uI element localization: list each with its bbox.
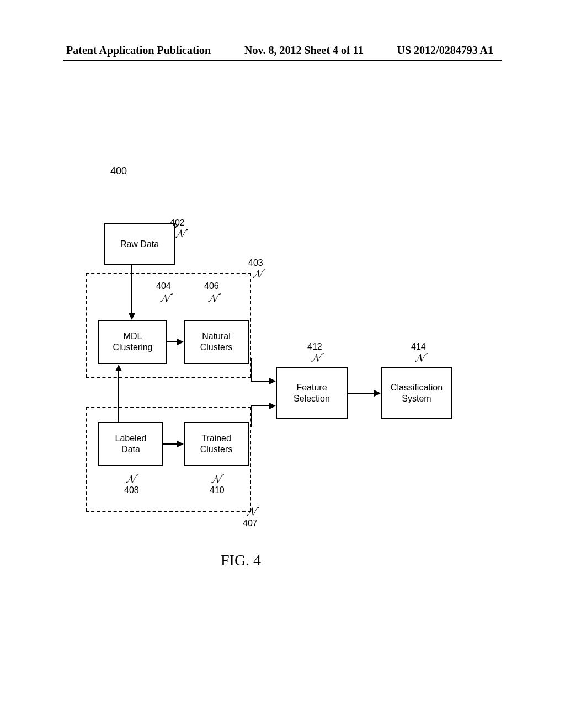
box-natural-clusters-label: Natural Clusters (200, 331, 233, 353)
arrow-feature-to-class (348, 393, 375, 394)
connector-trained-horiz (251, 405, 270, 406)
box-feature-selection-label: Feature Selection (294, 382, 330, 404)
ref-407: 407 (243, 518, 258, 528)
arrowhead-rawdata-to-mdl (129, 313, 135, 320)
connector-natural-horiz (251, 381, 270, 382)
arrow-labeled-to-trained (163, 443, 178, 445)
ref-403: 403 (248, 258, 263, 268)
arrow-mdl-to-natural (167, 341, 178, 342)
box-mdl-clustering: MDL Clustering (98, 320, 167, 364)
box-raw-data: Raw Data (104, 223, 175, 265)
figure-caption: FIG. 4 (221, 552, 261, 569)
squiggle-410: 𝓝 (211, 473, 221, 484)
arrowhead-trained-to-feature (269, 403, 276, 409)
ref-414: 414 (411, 342, 426, 352)
ref-406: 406 (204, 281, 219, 291)
box-feature-selection: Feature Selection (276, 367, 348, 419)
box-mdl-clustering-label: MDL Clustering (113, 331, 152, 353)
connector-natural-vert (251, 358, 252, 381)
arrow-rawdata-to-mdl (131, 265, 132, 314)
squiggle-408: 𝓝 (126, 473, 136, 484)
arrowhead-natural-to-feature (269, 378, 276, 384)
box-classification-system-label: Classification System (391, 382, 443, 404)
box-natural-clusters: Natural Clusters (184, 320, 249, 364)
box-labeled-data: Labeled Data (98, 422, 163, 466)
connector-trained-vert (251, 405, 252, 427)
squiggle-404: 𝓝 (160, 292, 170, 303)
box-raw-data-label: Raw Data (120, 239, 159, 250)
box-trained-clusters-label: Trained Clusters (200, 433, 233, 455)
box-classification-system: Classification System (381, 367, 452, 419)
arrowhead-labeled-to-trained (177, 441, 184, 447)
ref-408: 408 (124, 485, 139, 495)
box-trained-clusters: Trained Clusters (184, 422, 249, 466)
ref-410: 410 (210, 485, 225, 495)
squiggle-403: 𝓝 (253, 268, 263, 279)
arrow-labeled-to-mdl (118, 371, 119, 422)
arrowhead-feature-to-class (374, 390, 381, 397)
diagram-fig4: Raw Data 402 𝓝 403 𝓝 MDL Clustering 404 … (0, 0, 565, 728)
squiggle-412: 𝓝 (311, 352, 321, 363)
squiggle-406: 𝓝 (208, 292, 218, 303)
ref-412: 412 (307, 342, 322, 352)
box-labeled-data-label: Labeled Data (115, 433, 147, 455)
arrowhead-mdl-to-natural (177, 339, 184, 345)
arrowhead-labeled-to-mdl (115, 365, 122, 371)
squiggle-407: 𝓝 (247, 506, 257, 517)
ref-404: 404 (156, 281, 171, 291)
squiggle-414: 𝓝 (415, 352, 425, 363)
squiggle-402: 𝓝 (175, 228, 185, 239)
